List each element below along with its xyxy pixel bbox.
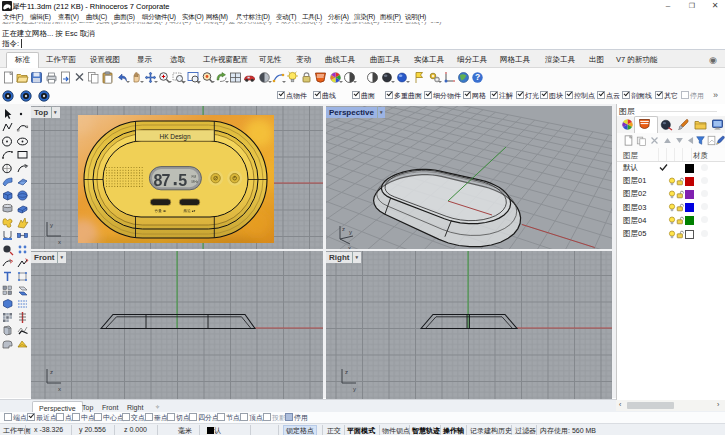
svg-text:z: z — [50, 369, 53, 375]
svg-text:x: x — [58, 386, 61, 392]
svg-text:x: x — [58, 239, 61, 245]
svg-text:z: z — [342, 226, 345, 232]
svg-text:频道 ▴▾: 频道 ▴▾ — [184, 209, 196, 213]
svg-text:z: z — [345, 369, 348, 375]
svg-text:y: y — [50, 222, 53, 228]
svg-text:5: 5 — [178, 172, 187, 189]
svg-text:MHz: MHz — [192, 180, 199, 184]
svg-text:y: y — [349, 229, 352, 235]
svg-text:音量 ◂▸: 音量 ◂▸ — [155, 208, 167, 213]
svg-text:y: y — [353, 386, 356, 392]
svg-text:?: ? — [475, 72, 480, 82]
svg-text:87: 87 — [154, 172, 171, 189]
svg-text:x: x — [348, 245, 351, 249]
svg-text:HK Design: HK Design — [159, 133, 190, 141]
svg-text:FM: FM — [192, 175, 197, 179]
